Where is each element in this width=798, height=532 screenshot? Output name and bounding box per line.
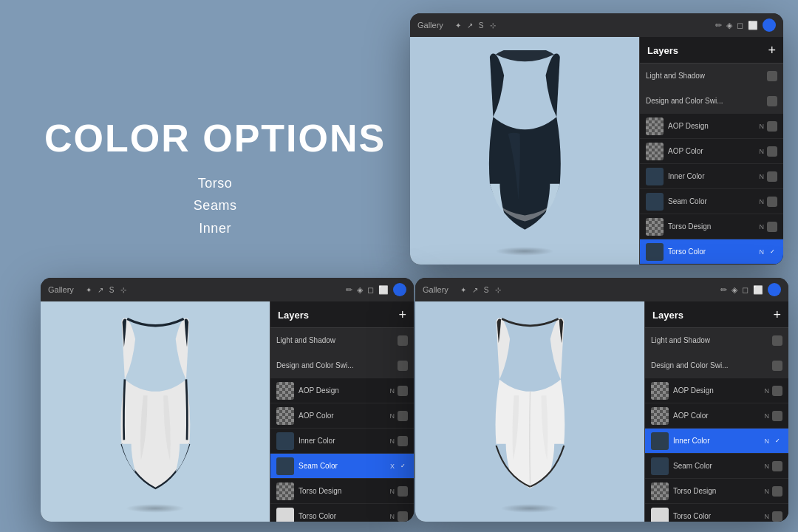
layer-row-inner-color[interactable]: Inner ColorN [270, 429, 414, 454]
layer-row-aop-design[interactable]: AOP DesignN [640, 114, 783, 139]
layers-add-tr[interactable]: + [768, 43, 776, 58]
layer-visibility[interactable] [767, 71, 777, 81]
layer-row-torso-color[interactable]: Torso ColorN [645, 504, 788, 522]
toolbar-icon-s[interactable]: S [479, 21, 484, 30]
layer-visibility[interactable] [398, 486, 408, 497]
toolbar-icon-move-br[interactable]: ⊹ [495, 286, 501, 294]
layers-add-bl[interactable]: + [398, 307, 406, 323]
swimsuit-inner [466, 315, 595, 508]
layer-row-aop-color[interactable]: AOP ColorN [270, 403, 414, 429]
layer-visibility[interactable] [772, 486, 782, 497]
layer-row-torso-design[interactable]: Torso DesignN [270, 479, 414, 504]
layer-visibility[interactable] [398, 511, 408, 522]
layer-badge: N [760, 223, 765, 231]
toolbar-brush-tr[interactable]: ✏ [715, 21, 722, 30]
toolbar-icon-wand[interactable]: ✦ [455, 21, 461, 30]
toolbar-smudge-br[interactable]: ◈ [732, 285, 737, 295]
toolbar-layers-br[interactable]: ⬜ [753, 285, 763, 295]
layer-row-aop-design[interactable]: AOP DesignN [270, 378, 414, 403]
layer-visibility[interactable] [398, 361, 408, 371]
toolbar-icon-s-bl[interactable]: S [109, 286, 115, 294]
layer-row-torso-design[interactable]: Torso DesignN [640, 214, 783, 239]
layer-visibility[interactable] [398, 335, 408, 346]
layer-visibility[interactable] [398, 436, 408, 446]
layer-visibility[interactable] [767, 197, 777, 207]
layer-row-light-shadow[interactable]: Light and Shadow [645, 328, 788, 353]
subtitle: Torso Seams Inner [44, 172, 386, 240]
toolbar-icon-arrow[interactable]: ↗ [467, 21, 473, 30]
layer-row-aop-color[interactable]: AOP ColorN [645, 403, 788, 429]
layer-row-seam-color[interactable]: Seam ColorX✓ [270, 454, 414, 479]
layer-badge: N [390, 437, 395, 445]
color-options-heading: COLOR OPTIONS Torso Seams Inner [44, 118, 386, 239]
layer-visibility[interactable] [767, 146, 777, 157]
layer-visibility[interactable] [772, 335, 782, 346]
toolbar-icon-move-bl[interactable]: ⊹ [120, 286, 126, 294]
layer-row-aop-color[interactable]: AOP ColorN [640, 139, 783, 164]
layers-title-tr: Layers [647, 45, 768, 56]
toolbar-icon-arrow-bl[interactable]: ↗ [98, 286, 103, 294]
gallery-label-tr: Gallery [417, 21, 443, 30]
layer-badge: N [390, 513, 395, 520]
layer-row-design-color[interactable]: Design and Color Swi... [270, 353, 414, 378]
layer-row-design-color[interactable]: Design and Color Swi... [640, 89, 783, 114]
layer-visibility[interactable]: ✓ [772, 436, 782, 446]
swimsuit-seam [91, 315, 220, 508]
layer-row-torso-color[interactable]: Torso ColorN✓ [640, 239, 783, 265]
layer-visibility[interactable]: ✓ [398, 461, 408, 471]
toolbar-erase-tr[interactable]: ◻ [737, 21, 743, 30]
layer-visibility[interactable] [398, 411, 408, 421]
layer-badge: N [765, 513, 770, 520]
layer-row-light-shadow[interactable]: Light and Shadow [640, 64, 783, 89]
toolbar-color-tr[interactable] [763, 18, 776, 32]
toolbar-icon-wand-bl[interactable]: ✦ [86, 286, 92, 294]
layer-thumb [651, 382, 669, 400]
layer-visibility[interactable]: ✓ [767, 247, 777, 257]
canvas-tr [410, 37, 639, 265]
toolbar-layers-bl[interactable]: ⬜ [378, 285, 389, 295]
layer-visibility[interactable] [767, 96, 777, 106]
panel-content-br: Layers + Light and ShadowDesign and Colo… [415, 301, 788, 522]
canvas-br [415, 301, 644, 522]
toolbar-smudge-tr[interactable]: ◈ [726, 21, 732, 30]
layer-visibility[interactable] [772, 411, 782, 421]
layer-row-seam-color[interactable]: Seam ColorN [640, 189, 783, 214]
layer-name: Torso Color [673, 512, 765, 520]
toolbar-icon-move[interactable]: ⊹ [490, 21, 496, 30]
layer-visibility[interactable] [772, 461, 782, 471]
layer-name: Torso Color [299, 512, 390, 520]
toolbar-brush-bl[interactable]: ✏ [346, 285, 352, 295]
layer-visibility[interactable] [767, 222, 777, 232]
layer-visibility[interactable] [767, 121, 777, 132]
toolbar-icon-arrow-br[interactable]: ↗ [472, 286, 478, 294]
layer-row-design-color[interactable]: Design and Color Swi... [645, 353, 788, 378]
toolbar-erase-bl[interactable]: ◻ [367, 285, 374, 295]
toolbar-color-br[interactable] [768, 283, 781, 296]
layer-visibility[interactable] [772, 386, 782, 396]
toolbar-brush-br[interactable]: ✏ [720, 285, 727, 295]
layer-row-inner-color[interactable]: Inner ColorN [640, 164, 783, 189]
layer-row-light-shadow[interactable]: Light and Shadow [270, 328, 414, 353]
layer-thumb [646, 243, 664, 261]
layer-row-seam-color[interactable]: Seam ColorN [645, 454, 788, 479]
layer-visibility[interactable] [398, 386, 408, 396]
toolbar-icon-s-br[interactable]: S [484, 286, 489, 294]
toolbar-smudge-bl[interactable]: ◈ [357, 285, 363, 295]
layer-visibility[interactable] [767, 171, 777, 182]
layer-visibility[interactable] [772, 511, 782, 522]
toolbar-icon-wand-br[interactable]: ✦ [460, 286, 466, 294]
layer-row-aop-design[interactable]: AOP DesignN [645, 378, 788, 403]
layer-visibility[interactable] [772, 361, 782, 371]
layer-thumb [646, 193, 664, 211]
layer-name: AOP Color [673, 412, 765, 420]
layer-thumb [651, 432, 669, 450]
toolbar-color-bl[interactable] [393, 283, 406, 296]
canvas-bl [41, 301, 270, 522]
toolbar-erase-br[interactable]: ◻ [742, 285, 748, 295]
toolbar-layers-tr[interactable]: ⬜ [748, 21, 758, 30]
layers-add-br[interactable]: + [773, 307, 781, 323]
layers-header-br: Layers + [645, 301, 788, 328]
layer-row-torso-color[interactable]: Torso ColorN [270, 504, 414, 522]
layer-row-inner-color[interactable]: Inner ColorN✓ [645, 429, 788, 454]
layer-row-torso-design[interactable]: Torso DesignN [645, 479, 788, 504]
